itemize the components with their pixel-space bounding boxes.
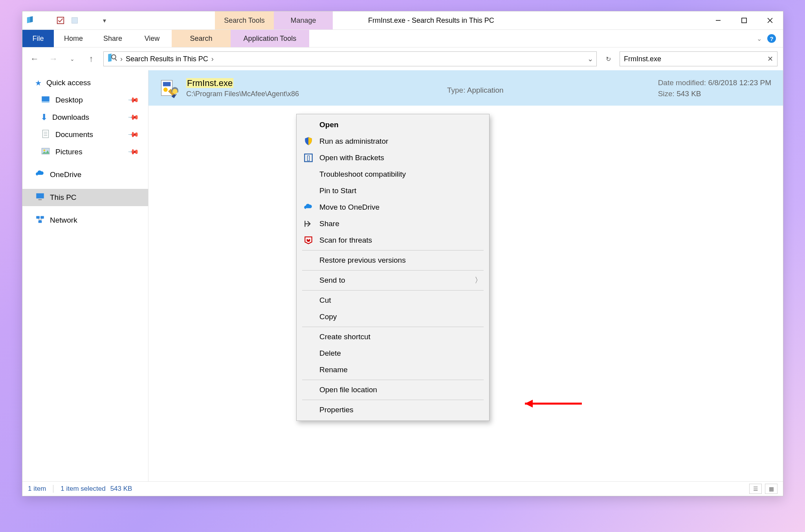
view-details-button[interactable]: ☰ (749, 484, 762, 494)
ribbon-tab-search[interactable]: Search (172, 30, 231, 47)
explorer-icon (26, 15, 35, 26)
svg-text:[]: [] (307, 154, 310, 161)
contextual-tab-manage[interactable]: Manage (274, 11, 333, 29)
status-item-count: 1 item (28, 485, 46, 493)
qat-checkbox-icon[interactable] (56, 15, 65, 26)
address-bar[interactable]: › Search Results in This PC › ⌄ (103, 51, 597, 66)
qat-dropdown-icon[interactable]: ▾ (100, 17, 109, 24)
svg-line-10 (115, 59, 117, 60)
status-selected-size: 543 KB (110, 485, 132, 493)
nav-pane: ★ Quick access Desktop 📌 ⬇ Downloads 📌 D… (22, 70, 149, 481)
address-bar-row: ← → ⌄ ↑ › Search Results in This PC › ⌄ … (22, 48, 783, 70)
ctx-delete[interactable]: Delete (297, 345, 489, 362)
sidebar-item-pictures[interactable]: Pictures 📌 (22, 143, 148, 161)
quick-access-star-icon: ★ (35, 79, 42, 88)
window-title: FrmInst.exe - Search Results in This PC (333, 11, 705, 29)
ribbon-tab-file[interactable]: File (22, 30, 54, 47)
search-result-row[interactable]: FrmInst.exe C:\Program Files\McAfee\Agen… (149, 70, 783, 106)
result-file-path: C:\Program Files\McAfee\Agent\x86 (186, 90, 299, 98)
nav-forward-button[interactable]: → (47, 52, 60, 66)
svg-point-28 (163, 88, 168, 92)
svg-point-9 (112, 55, 116, 59)
svg-rect-11 (42, 96, 50, 101)
ribbon-collapse-chevron-icon[interactable]: ⌄ (757, 35, 762, 42)
sidebar-item-label: Pictures (55, 148, 83, 156)
quick-access-toolbar: ▾ (22, 11, 113, 29)
nav-back-button[interactable]: ← (28, 52, 41, 66)
onedrive-icon (35, 169, 45, 181)
ctx-cut[interactable]: Cut (297, 292, 489, 309)
refresh-button[interactable]: ↻ (602, 55, 614, 63)
sidebar-item-label: Downloads (52, 113, 89, 122)
network-icon (35, 214, 45, 227)
contextual-tabs: Search Tools Manage (215, 11, 333, 29)
ctx-create-shortcut[interactable]: Create shortcut (297, 329, 489, 345)
status-selected-count: 1 item selected (61, 485, 105, 493)
sidebar-item-this-pc[interactable]: This PC (22, 189, 148, 206)
svg-rect-5 (742, 18, 746, 23)
sidebar-item-onedrive[interactable]: OneDrive (22, 166, 148, 183)
svg-rect-1 (30, 16, 33, 22)
sidebar-item-desktop[interactable]: Desktop 📌 (22, 91, 148, 109)
address-dropdown-icon[interactable]: ⌄ (587, 55, 593, 63)
pictures-icon (40, 146, 51, 158)
ctx-restore-previous[interactable]: Restore previous versions (297, 252, 489, 269)
sidebar-item-label: Desktop (55, 96, 83, 104)
desktop-icon (40, 94, 51, 106)
svg-line-25 (40, 218, 42, 220)
brackets-icon: [] (303, 153, 314, 163)
view-large-icons-button[interactable]: ▦ (765, 484, 777, 494)
breadcrumb-segment[interactable]: Search Results in This PC (126, 55, 208, 63)
context-menu: Open Run as administrator [] Open with B… (296, 114, 490, 421)
sidebar-item-network[interactable]: Network (22, 212, 148, 229)
minimize-button[interactable] (705, 11, 731, 29)
sidebar-item-quick-access[interactable]: ★ Quick access (22, 74, 148, 91)
nav-up-button[interactable]: ↑ (84, 52, 98, 66)
ribbon-tab-application-tools[interactable]: Application Tools (231, 30, 309, 47)
svg-rect-0 (27, 17, 30, 23)
downloads-icon: ⬇ (40, 112, 48, 122)
qat-blank-icon[interactable] (70, 15, 79, 26)
ctx-troubleshoot[interactable]: Troubleshoot compatibility (297, 166, 489, 183)
title-bar: ▾ Search Tools Manage FrmInst.exe - Sear… (22, 11, 783, 30)
sidebar-item-downloads[interactable]: ⬇ Downloads 📌 (22, 109, 148, 126)
nav-recent-dropdown[interactable]: ⌄ (66, 52, 79, 66)
ctx-copy[interactable]: Copy (297, 309, 489, 325)
help-icon[interactable]: ? (767, 34, 776, 43)
ctx-rename[interactable]: Rename (297, 362, 489, 378)
svg-rect-8 (108, 53, 112, 62)
maximize-button[interactable] (731, 11, 757, 29)
ctx-move-to-onedrive[interactable]: Move to OneDrive (297, 199, 489, 216)
address-search-icon (107, 53, 117, 65)
ctx-open-file-location[interactable]: Open file location (297, 382, 489, 398)
status-bar: 1 item 1 item selected 543 KB ☰ ▦ (22, 481, 783, 496)
contextual-tab-search-tools[interactable]: Search Tools (215, 11, 274, 29)
clear-search-icon[interactable]: ✕ (767, 55, 773, 63)
share-icon (303, 219, 314, 229)
ribbon-tabs: File Home Share View Search Application … (22, 30, 783, 48)
ctx-open[interactable]: Open (297, 117, 489, 133)
search-box[interactable]: FrmInst.exe ✕ (620, 51, 777, 66)
shield-icon (303, 136, 314, 146)
sidebar-item-label: Network (50, 216, 77, 225)
breadcrumb-chevron-icon[interactable]: › (120, 55, 123, 63)
close-button[interactable] (757, 11, 783, 29)
sidebar-item-label: Documents (55, 130, 93, 139)
ctx-send-to[interactable]: Send to 〉 (297, 272, 489, 289)
pin-icon: 📌 (127, 111, 139, 123)
ctx-open-with-brackets[interactable]: [] Open with Brackets (297, 150, 489, 166)
result-file-name: FrmInst.exe (186, 78, 233, 88)
sidebar-item-documents[interactable]: Documents 📌 (22, 126, 148, 143)
ctx-share[interactable]: Share (297, 216, 489, 232)
ribbon-tab-view[interactable]: View (132, 30, 172, 47)
ctx-pin-to-start[interactable]: Pin to Start (297, 183, 489, 199)
breadcrumb-chevron-icon[interactable]: › (211, 55, 214, 63)
ribbon-tab-home[interactable]: Home (54, 30, 93, 47)
ctx-run-as-admin[interactable]: Run as administrator (297, 133, 489, 150)
ctx-scan-for-threats[interactable]: Scan for threats (297, 232, 489, 249)
search-text: FrmInst.exe (624, 55, 767, 63)
pin-icon: 📌 (127, 94, 139, 106)
ribbon-tab-share[interactable]: Share (93, 30, 132, 47)
submenu-arrow-icon: 〉 (475, 275, 489, 285)
ctx-properties[interactable]: Properties (297, 402, 489, 418)
